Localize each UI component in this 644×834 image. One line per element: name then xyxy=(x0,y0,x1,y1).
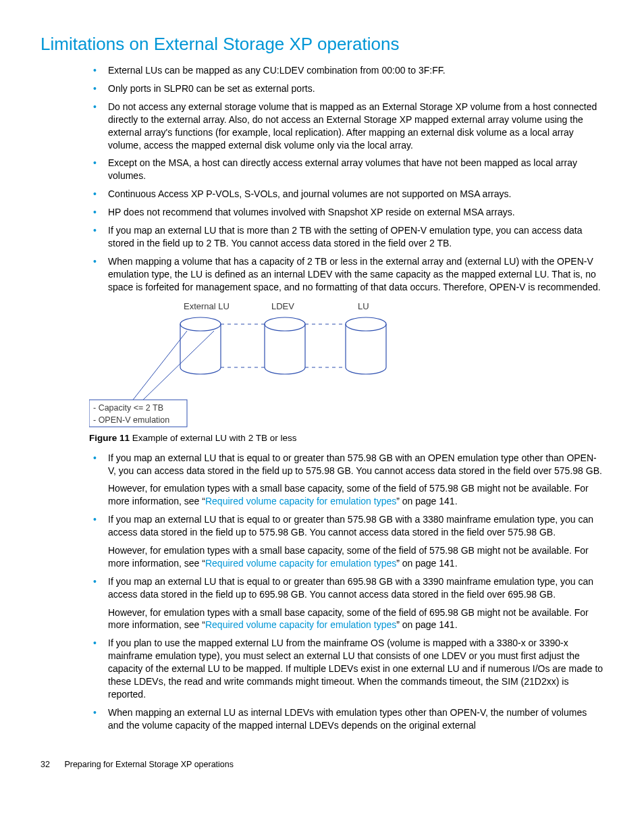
diagram-svg: External LU LDEV LU - Capacity <= 2 TB -… xyxy=(89,300,413,428)
list-item: If you map an external LU that is equal … xyxy=(89,513,603,570)
list-item-main: If you map an external LU that is equal … xyxy=(108,576,593,600)
list-item: Do not access any external storage volum… xyxy=(89,101,603,152)
subpara-text: ” on page 141. xyxy=(396,619,457,630)
figure-caption-text: Example of external LU with 2 TB or less xyxy=(132,433,297,443)
page-footer: 32 Preparing for External Storage XP ope… xyxy=(41,759,603,771)
list-item: Continuous Access XP P-VOLs, S-VOLs, and… xyxy=(89,188,603,201)
diagram-info-line2: - OPEN-V emulation xyxy=(93,415,169,425)
footer-title: Preparing for External Storage XP operat… xyxy=(64,760,234,769)
list-item-main: When mapping an external LU as internal … xyxy=(108,707,587,731)
list-item: When mapping a volume that has a capacit… xyxy=(89,255,603,294)
diagram-label-ldev: LDEV xyxy=(271,301,294,311)
list-item-subpara: However, for emulation types with a smal… xyxy=(108,544,603,570)
cylinder-body xyxy=(346,324,386,374)
subpara-text: ” on page 141. xyxy=(396,558,457,569)
bullet-list-bottom: If you map an external LU that is equal … xyxy=(89,452,603,732)
cylinder-top xyxy=(265,317,305,331)
list-item: If you map an external LU that is equal … xyxy=(89,575,603,632)
list-item: If you map an external LU that is equal … xyxy=(89,452,603,509)
list-item: If you map an external LU that is more t… xyxy=(89,224,603,250)
list-item: Except on the MSA, a host can directly a… xyxy=(89,157,603,182)
list-item-subpara: However, for emulation types with a smal… xyxy=(108,482,603,508)
cylinder-top xyxy=(180,317,221,331)
cylinder-top xyxy=(346,317,386,331)
list-item: External LUs can be mapped as any CU:LDE… xyxy=(89,64,603,77)
bullet-list-top: External LUs can be mapped as any CU:LDE… xyxy=(89,64,603,293)
cross-ref-link[interactable]: Required volume capacity for emulation t… xyxy=(205,558,396,569)
diagram-label-lu: LU xyxy=(358,301,369,311)
diagram-info-line1: - Capacity <= 2 TB xyxy=(93,403,163,413)
cylinder-body xyxy=(265,324,305,374)
list-item-main: If you map an external LU that is equal … xyxy=(108,452,602,476)
figure-caption-label: Figure 11 xyxy=(89,433,130,443)
figure-caption: Figure 11 Example of external LU with 2 … xyxy=(89,432,603,444)
list-item: Only ports in SLPR0 can be set as extern… xyxy=(89,82,603,95)
diagram-label-ext: External LU xyxy=(184,301,230,311)
subpara-text: ” on page 141. xyxy=(396,496,457,506)
list-item-subpara: However, for emulation types with a smal… xyxy=(108,606,603,632)
figure-diagram: External LU LDEV LU - Capacity <= 2 TB -… xyxy=(89,300,603,428)
list-item: HP does not recommend that volumes invol… xyxy=(89,206,603,219)
page-number: 32 xyxy=(41,759,50,771)
cross-ref-link[interactable]: Required volume capacity for emulation t… xyxy=(205,496,396,506)
list-item-main: If you plan to use the mapped external L… xyxy=(108,637,603,700)
page-heading: Limitations on External Storage XP opera… xyxy=(41,32,603,56)
list-item: If you plan to use the mapped external L… xyxy=(89,637,603,700)
cross-ref-link[interactable]: Required volume capacity for emulation t… xyxy=(205,619,396,630)
list-item: When mapping an external LU as internal … xyxy=(89,706,603,732)
list-item-main: If you map an external LU that is equal … xyxy=(108,514,593,538)
